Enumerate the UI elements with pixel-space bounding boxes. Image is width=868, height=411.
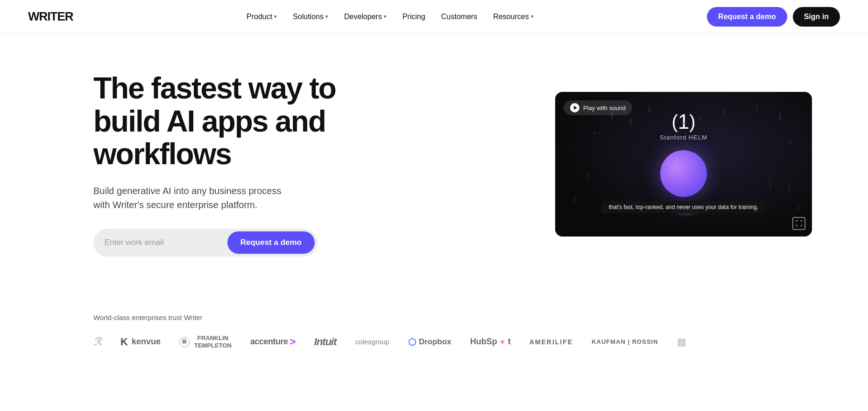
play-label: Play with sound: [583, 104, 626, 111]
nav-resources[interactable]: Resources ▾: [487, 9, 540, 25]
logo-misc: ▤: [677, 336, 686, 348]
nav-product[interactable]: Product ▾: [240, 9, 283, 25]
nav-solutions[interactable]: Solutions ▾: [286, 9, 335, 25]
deco-dot: [723, 108, 725, 118]
play-icon: [570, 103, 579, 112]
deco-dot: [779, 113, 781, 121]
logo-colesgroup: colesgroup: [355, 338, 389, 346]
nav-developers[interactable]: Developers ▾: [338, 9, 393, 25]
hero-section: The fastest way to build AI apps and wor…: [0, 34, 868, 295]
video-subtitle: that's fast, top-ranked, and never uses …: [601, 201, 766, 213]
logo-hubspot: HubSp●t: [470, 337, 511, 347]
hero-video-panel: + + — ( 1 ) Stanford HELM Play with soun…: [555, 92, 812, 237]
nav-menu: Product ▾ Solutions ▾ Developers ▾ Prici…: [240, 9, 540, 25]
nav-customers[interactable]: Customers: [435, 9, 484, 25]
hero-content: The fastest way to build AI apps and wor…: [93, 72, 336, 256]
deco-plus: +: [593, 129, 596, 137]
navbar: WRITER Product ▾ Solutions ▾ Developers …: [0, 0, 868, 34]
planet-graphic: [660, 150, 707, 197]
helm-subtitle: Stanford HELM: [660, 134, 707, 141]
deco-dot: [756, 104, 758, 110]
logo-r: ℛ: [93, 336, 102, 348]
logo-intuit: Intuit: [314, 336, 337, 348]
chevron-down-icon: ▾: [531, 14, 534, 20]
nav-pricing[interactable]: Pricing: [396, 9, 432, 25]
deco-dot: [588, 171, 589, 181]
deco-plus: +: [789, 139, 792, 146]
deco-dot: [789, 185, 790, 193]
hero-subtitle: Build generative AI into any business pr…: [93, 184, 289, 212]
play-button[interactable]: Play with sound: [564, 100, 632, 115]
deco-dot: [798, 204, 799, 210]
logo-accenture: accenture >: [250, 336, 296, 348]
chevron-down-icon: ▾: [384, 14, 387, 20]
hero-title: The fastest way to build AI apps and wor…: [93, 72, 336, 170]
logo-kaufman: KAUFMAN | ROSSIN: [592, 338, 658, 345]
email-form: Request a demo: [93, 229, 318, 257]
nav-actions: Request a demo Sign in: [707, 7, 840, 27]
hero-demo-button[interactable]: Request a demo: [227, 231, 315, 254]
deco-dot: [770, 181, 771, 188]
chevron-down-icon: ▾: [274, 14, 277, 20]
sign-in-button[interactable]: Sign in: [793, 7, 840, 27]
logo-kenvue: K kenvue: [120, 336, 161, 348]
deco-dash: —: [681, 120, 687, 126]
logos-row: ℛ K kenvue 🏛 FRANKLINTEMPLETON accenture…: [93, 334, 812, 349]
chevron-down-icon: ▾: [325, 14, 328, 20]
deco-dot: [630, 118, 632, 126]
logo-dropbox: ⬡ Dropbox: [408, 336, 452, 348]
request-demo-button[interactable]: Request a demo: [707, 7, 787, 27]
logos-section: World-class enterprises trust Writer ℛ K…: [0, 295, 868, 377]
logo-franklin: 🏛 FRANKLINTEMPLETON: [179, 334, 232, 349]
deco-dot: [700, 115, 701, 123]
logo-amerilife: AMERILIFE: [529, 338, 573, 346]
dropbox-icon: ⬡: [408, 336, 416, 348]
email-input[interactable]: [105, 238, 227, 247]
fullscreen-button[interactable]: [792, 217, 805, 230]
logos-title: World-class enterprises trust Writer: [93, 313, 812, 321]
brand-logo[interactable]: WRITER: [28, 9, 73, 24]
deco-dot: [649, 106, 650, 112]
deco-dot: [574, 195, 575, 204]
